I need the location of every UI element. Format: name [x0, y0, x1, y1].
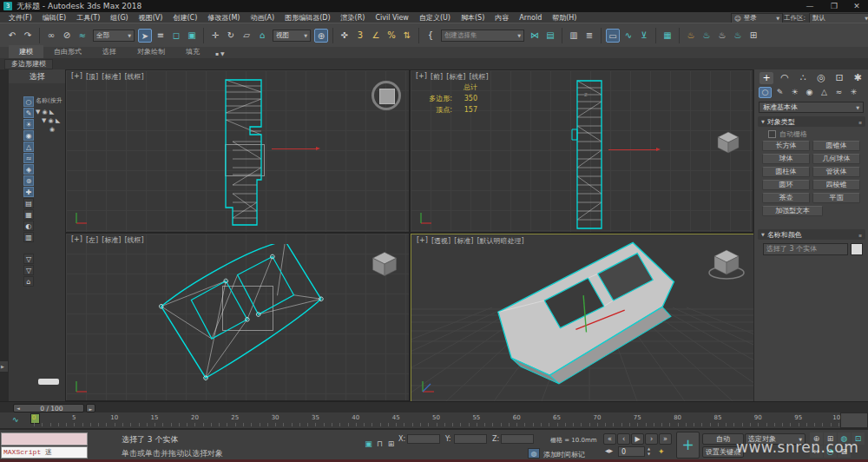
collect-selection-icon[interactable]: ⌂ — [23, 276, 34, 287]
systems-subtab[interactable]: ✳ — [847, 87, 860, 98]
layer-explorer-toggle-icon[interactable]: ≣ — [582, 29, 596, 43]
select-object-icon[interactable]: ➤ — [138, 29, 152, 43]
rendered-frame-window-icon[interactable]: ♨ — [700, 29, 713, 43]
selection-filter-dropdown[interactable]: 全部▼ — [93, 30, 135, 42]
spacewarps-subtab[interactable]: ≈ — [832, 87, 845, 98]
menu-item-3[interactable]: 组(G) — [105, 13, 133, 23]
maxscript-listener-pink[interactable] — [1, 432, 88, 446]
schematic-view-icon[interactable]: ⊻ — [637, 29, 651, 43]
tree-node-1[interactable]: ▼ ◉ ◣ — [36, 116, 65, 125]
box-button[interactable]: 长方体 — [762, 141, 810, 151]
select-manipulate-icon[interactable]: ✜ — [338, 29, 352, 43]
lights-subtab[interactable]: ☀ — [788, 87, 801, 98]
viewcube-top[interactable] — [372, 81, 401, 110]
coord-y-field[interactable] — [454, 434, 487, 444]
top-view-wireframe-model[interactable] — [220, 77, 273, 230]
mirror-icon[interactable]: ⋈ — [528, 29, 542, 43]
filter-cameras-icon[interactable]: ◉ — [23, 130, 34, 141]
viewport-perspective[interactable]: [+][透视][标准][默认明暗处理] — [411, 234, 754, 402]
vp-top-menu-1[interactable]: [顶] — [86, 72, 98, 82]
frame-back-icon[interactable]: ◄ — [14, 406, 20, 411]
select-move-icon[interactable]: ✛ — [208, 29, 222, 43]
track-bar[interactable]: ∿ 05101520253035404550556065707580859095… — [0, 412, 868, 429]
angle-snap-icon[interactable]: ∠ — [369, 29, 383, 43]
viewport-left[interactable]: [+][左][标准][线框] — [66, 234, 409, 400]
name-color-rollout-header[interactable]: ▼ 名称和颜色 ▪ — [758, 229, 865, 240]
vp-persp-menu-3[interactable]: [默认明暗处理] — [477, 236, 523, 246]
undo-icon[interactable]: ↶ — [5, 29, 19, 43]
menu-item-13[interactable]: 内容 — [490, 13, 514, 23]
cone-button[interactable]: 圆锥体 — [812, 141, 860, 151]
play-button[interactable]: ▶ — [631, 433, 644, 445]
render-cloud-icon[interactable]: ♨ — [731, 29, 745, 43]
tab-populate[interactable]: 填充 — [175, 45, 210, 58]
isolate-toggle-icon[interactable]: ▣ — [363, 439, 374, 450]
frame-spinner[interactable]: ▲ ▼ — [646, 446, 652, 457]
time-slider-thumb[interactable]: ◄ 0 / 100 — [13, 404, 84, 412]
vp-left-menu-1[interactable]: [左] — [86, 235, 98, 245]
autogrid-control[interactable]: 自动栅格 — [768, 129, 807, 139]
select-link-icon[interactable]: ∞ — [44, 29, 58, 43]
create-tab[interactable]: + — [760, 72, 773, 84]
advanced-filter-icon[interactable]: ▽ — [23, 265, 34, 275]
torus-button[interactable]: 圆环 — [762, 180, 810, 190]
perspective-shaded-model[interactable] — [477, 241, 711, 396]
menu-item-11[interactable]: 自定义(U) — [414, 13, 456, 23]
render-setup-icon[interactable]: ♨ — [684, 29, 698, 43]
filter-hidden-icon[interactable]: ▥ — [23, 232, 34, 242]
tree-node-0[interactable]: ▼ ◉ ◣ — [36, 108, 65, 116]
reference-coordinate-dropdown[interactable]: 视图▼ — [273, 30, 311, 42]
previous-frame-button[interactable]: ‹ — [617, 433, 630, 445]
viewport-front[interactable]: [+][前][标准][线框] 总计 多边形:350 顶点:157 z — [411, 70, 753, 232]
viewcube-front[interactable] — [715, 129, 741, 155]
edit-named-sets-icon[interactable]: { — [424, 29, 437, 43]
front-view-wireframe-model[interactable] — [563, 79, 612, 232]
ribbon-more-icon[interactable]: ▪ ▼ — [210, 49, 230, 58]
named-sets-dropdown[interactable]: 创建选择集▼ — [441, 30, 524, 42]
menu-item-5[interactable]: 创建(C) — [168, 13, 202, 23]
menu-item-10[interactable]: Civil View — [370, 14, 414, 22]
tab-freeform[interactable]: 自由形式 — [43, 45, 92, 58]
menu-item-15[interactable]: 帮助(H) — [547, 13, 582, 23]
vp-front-menu-1[interactable]: [前] — [431, 72, 443, 82]
material-editor-icon[interactable]: ▦ — [661, 29, 674, 43]
name-column-header[interactable]: 名称(按升 — [36, 96, 65, 106]
cameras-subtab[interactable]: ◉ — [803, 87, 816, 98]
select-by-name-icon[interactable]: ≡ — [154, 29, 168, 43]
utilities-tab[interactable]: ✱ — [851, 72, 865, 84]
selection-lock-icon[interactable]: ⊓ — [374, 439, 385, 450]
menu-item-9[interactable]: 渲染(R) — [336, 13, 371, 23]
select-rotate-icon[interactable]: ↻ — [224, 29, 238, 43]
filter-frozen-icon[interactable]: ◐ — [23, 221, 34, 231]
coord-z-field[interactable] — [501, 434, 534, 444]
cylinder-button[interactable]: 圆柱体 — [762, 167, 810, 177]
tube-button[interactable]: 管状体 — [812, 167, 860, 177]
textplus-button[interactable]: 加强型文本 — [762, 206, 823, 216]
primitive-category-dropdown[interactable]: 标准基本体 ▼ — [759, 102, 864, 113]
render-flyout-icon[interactable]: ⊞ — [746, 29, 760, 43]
tab-modeling[interactable]: 建模 — [9, 45, 43, 58]
minimize-button[interactable]: — — [800, 1, 819, 11]
mini-curve-editor-icon[interactable]: ∿ — [12, 415, 19, 424]
viewcube-left[interactable] — [370, 249, 399, 279]
unlink-selection-icon[interactable]: ⊘ — [60, 29, 74, 43]
menu-item-4[interactable]: 视图(V) — [134, 13, 168, 23]
vp-front-menu-0[interactable]: [+] — [416, 72, 427, 82]
vp-top-menu-2[interactable]: [标准] — [102, 72, 121, 82]
vp-front-menu-3[interactable]: [线框] — [469, 72, 488, 82]
add-time-tag-label[interactable]: 添加时间标记 — [543, 450, 585, 459]
go-to-end-button[interactable]: » — [659, 433, 672, 445]
go-to-start-button[interactable]: « — [603, 433, 616, 445]
filter-lights-icon[interactable]: ☀ — [23, 119, 34, 129]
menu-item-8[interactable]: 图形编辑器(D) — [279, 13, 335, 23]
geosphere-button[interactable]: 几何球体 — [812, 154, 860, 164]
vp-left-menu-2[interactable]: [标准] — [102, 235, 121, 245]
object-type-rollout-header[interactable]: ▼ 对象类型 ▪ — [758, 116, 865, 127]
polygon-modeling-panel[interactable]: 多边形建模 — [4, 59, 53, 69]
curve-editor-icon[interactable]: ∿ — [621, 29, 635, 43]
filter-xrefs-icon[interactable]: ⊛ — [23, 175, 34, 186]
plane-button[interactable]: 平面 — [812, 193, 860, 203]
vp-top-menu-3[interactable]: [线框] — [124, 72, 143, 82]
left-view-wireframe-model[interactable] — [153, 244, 335, 392]
maxscript-listener-white[interactable]: MAXScript 迷 — [1, 446, 88, 459]
